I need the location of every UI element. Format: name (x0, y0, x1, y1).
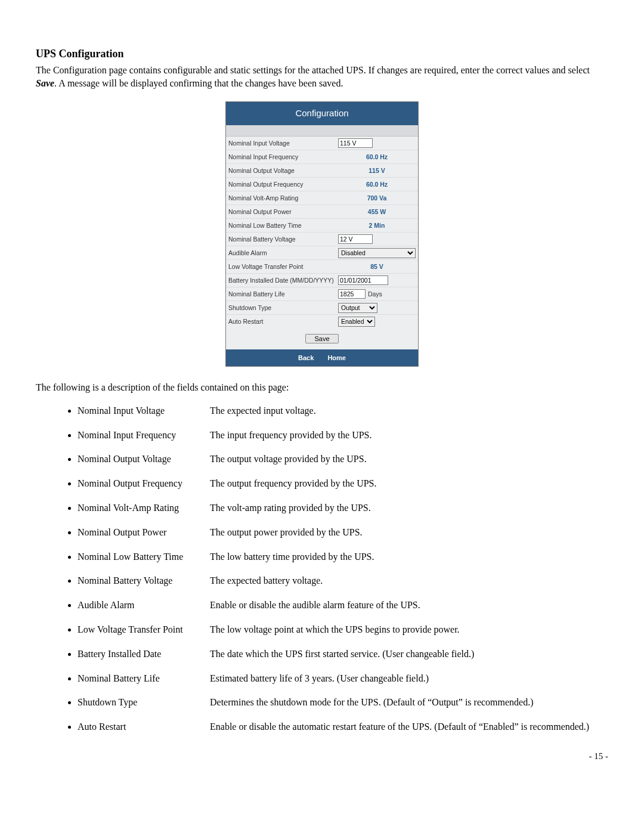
field-desc: The input frequency provided by the UPS. (210, 429, 592, 442)
field-term: Shutdown Type (78, 696, 210, 709)
field-desc: The output voltage provided by the UPS. (210, 453, 592, 466)
config-value-static: 60.0 Hz (338, 181, 416, 188)
field-term: Nominal Output Frequency (78, 478, 210, 490)
field-item: Audible AlarmEnable or disable the audib… (78, 599, 608, 612)
intro-paragraph: The Configuration page contains configur… (36, 64, 608, 89)
config-value-wrap (338, 275, 416, 285)
field-desc: The low voltage point at which the UPS b… (210, 624, 592, 636)
field-item: Battery Installed DateThe date which the… (78, 648, 608, 661)
config-value-wrap: Disabled (338, 248, 416, 258)
field-item: Nominal Input VoltageThe expected input … (78, 405, 608, 417)
config-label: Nominal Volt-Amp Rating (228, 194, 338, 202)
config-input-nom_bat_v[interactable] (338, 234, 373, 244)
config-row-nom_in_v: Nominal Input Voltage (226, 137, 418, 150)
config-label: Shutdown Type (228, 304, 338, 311)
config-row-nom_lowbat_t: Nominal Low Battery Time2 Min (226, 219, 418, 233)
field-desc: Determines the shutdown mode for the UPS… (210, 696, 592, 709)
intro-text-1: The Configuration page contains configur… (36, 65, 590, 75)
field-term: Nominal Output Power (78, 527, 210, 539)
field-desc: The volt-amp rating provided by the UPS. (210, 502, 592, 515)
config-label: Nominal Battery Voltage (228, 236, 338, 243)
field-item: Shutdown TypeDetermines the shutdown mod… (78, 696, 608, 709)
config-input-nom_bat_life[interactable] (338, 289, 366, 299)
config-value-wrap (338, 138, 416, 148)
panel-footer: Back Home (226, 349, 418, 366)
config-label: Low Voltage Transfer Point (228, 263, 338, 270)
config-select-shutdown[interactable]: Output (338, 303, 377, 313)
field-item: Low Voltage Transfer PointThe low voltag… (78, 624, 608, 636)
config-label: Nominal Output Power (228, 208, 338, 215)
config-label: Auto Restart (228, 318, 338, 325)
config-label: Nominal Input Voltage (228, 140, 338, 147)
field-item: Nominal Battery LifeEstimated battery li… (78, 673, 608, 685)
config-input-nom_in_v[interactable] (338, 138, 373, 148)
panel-title: Configuration (226, 102, 418, 125)
config-value-static: 2 Min (338, 222, 416, 229)
field-desc: The output power provided by the UPS. (210, 527, 592, 539)
field-item: Nominal Volt-Amp RatingThe volt-amp rati… (78, 502, 608, 515)
config-value-static: 115 V (338, 167, 416, 174)
panel-spacer (226, 125, 418, 137)
config-value-static: 455 W (338, 208, 416, 215)
config-select-auto_restart[interactable]: Enabled (338, 317, 375, 327)
config-label: Audible Alarm (228, 249, 338, 256)
config-row-bat_date: Battery Installed Date (MM/DD/YYYY) (226, 274, 418, 287)
config-value-wrap: Enabled (338, 317, 416, 327)
save-button[interactable]: Save (305, 334, 338, 343)
config-label: Nominal Output Voltage (228, 167, 338, 174)
save-row: Save (226, 328, 418, 349)
field-item: Nominal Output PowerThe output power pro… (78, 527, 608, 539)
config-row-nom_out_v: Nominal Output Voltage115 V (226, 164, 418, 178)
field-term: Low Voltage Transfer Point (78, 624, 210, 636)
config-value-wrap: Output (338, 303, 416, 313)
field-term: Battery Installed Date (78, 648, 210, 661)
config-value-static: 60.0 Hz (338, 153, 416, 160)
section-heading: UPS Configuration (36, 48, 608, 60)
config-label: Nominal Battery Life (228, 290, 338, 298)
field-term: Auto Restart (78, 721, 210, 733)
field-desc: The expected input voltage. (210, 405, 592, 417)
config-row-nom_out_f: Nominal Output Frequency60.0 Hz (226, 178, 418, 191)
config-row-nom_va: Nominal Volt-Amp Rating700 Va (226, 191, 418, 205)
field-item: Auto RestartEnable or disable the automa… (78, 721, 608, 733)
field-desc: The low battery time provided by the UPS… (210, 551, 592, 563)
field-item: Nominal Low Battery TimeThe low battery … (78, 551, 608, 563)
field-item: Nominal Input FrequencyThe input frequen… (78, 429, 608, 442)
config-input-bat_date[interactable] (338, 275, 388, 285)
config-row-shutdown: Shutdown TypeOutput (226, 301, 418, 315)
home-link[interactable]: Home (327, 354, 346, 361)
config-value-wrap (338, 234, 416, 244)
field-desc: Estimated battery life of 3 years. (User… (210, 673, 592, 685)
config-label: Battery Installed Date (MM/DD/YYYY) (228, 277, 338, 284)
field-desc: The output frequency provided by the UPS… (210, 478, 592, 490)
configuration-panel: Configuration Nominal Input VoltageNomin… (225, 101, 419, 367)
config-unit: Days (366, 290, 382, 298)
field-term: Nominal Input Voltage (78, 405, 210, 417)
panel-body: Nominal Input VoltageNominal Input Frequ… (226, 137, 418, 328)
field-desc: The date which the UPS first started ser… (210, 648, 592, 661)
field-term: Nominal Output Voltage (78, 453, 210, 466)
field-term: Nominal Battery Voltage (78, 575, 210, 587)
config-row-auto_restart: Auto RestartEnabled (226, 315, 418, 328)
field-item: Nominal Output VoltageThe output voltage… (78, 453, 608, 466)
intro-save-word: Save (36, 78, 54, 88)
config-row-nom_bat_v: Nominal Battery Voltage (226, 233, 418, 246)
back-link[interactable]: Back (298, 354, 314, 361)
config-value-static: 85 V (338, 263, 416, 270)
field-description-list: Nominal Input VoltageThe expected input … (36, 405, 608, 733)
field-term: Nominal Battery Life (78, 673, 210, 685)
field-desc: Enable or disable the audible alarm feat… (210, 599, 592, 612)
field-term: Nominal Input Frequency (78, 429, 210, 442)
config-row-nom_in_f: Nominal Input Frequency60.0 Hz (226, 150, 418, 164)
config-value-wrap: Days (338, 289, 416, 299)
config-select-aud_alarm[interactable]: Disabled (338, 248, 416, 258)
field-item: Nominal Battery VoltageThe expected batt… (78, 575, 608, 587)
config-value-static: 700 Va (338, 194, 416, 202)
field-item: Nominal Output FrequencyThe output frequ… (78, 478, 608, 490)
config-row-aud_alarm: Audible AlarmDisabled (226, 246, 418, 260)
description-intro: The following is a description of the fi… (36, 381, 608, 394)
field-term: Nominal Low Battery Time (78, 551, 210, 563)
config-row-low_v_xfer: Low Voltage Transfer Point85 V (226, 260, 418, 274)
field-desc: Enable or disable the automatic restart … (210, 721, 592, 733)
config-row-nom_bat_life: Nominal Battery Life Days (226, 287, 418, 301)
